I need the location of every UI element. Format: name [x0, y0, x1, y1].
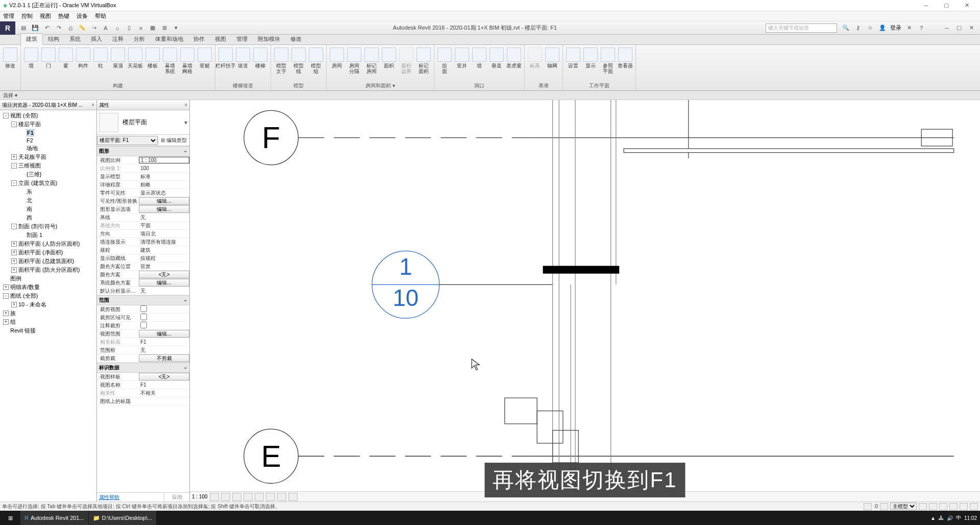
tree-node[interactable]: 场地 [1, 144, 95, 153]
expand-toggle-icon[interactable]: - [11, 122, 17, 127]
tree-node[interactable]: 东 [1, 187, 95, 196]
vbox-menu-item[interactable]: 视图 [40, 12, 51, 20]
ribbon-button[interactable]: 构件 [75, 46, 91, 68]
qat-dropdown-icon[interactable]: ▾ [171, 23, 181, 33]
ribbon-button[interactable]: 坡道 [235, 46, 251, 68]
tree-node[interactable]: 西 [1, 213, 95, 222]
sun-path-icon[interactable] [232, 493, 241, 501]
property-row[interactable]: 比例值 1:100 [97, 164, 189, 173]
tree-node[interactable]: 剖面 1 [1, 231, 95, 240]
taskbar-app[interactable]: RAutodesk Revit 201... [20, 511, 88, 525]
property-checkbox[interactable] [140, 322, 147, 328]
ribbon-button[interactable]: 竖井 [454, 46, 470, 68]
revit-app-button[interactable]: R [0, 21, 15, 35]
tree-node[interactable]: Revit 链接 [1, 326, 95, 335]
property-grid[interactable]: 图形⌄视图比例1 : 100比例值 1:100显示模型标准详细程度粗略零件可见性… [97, 146, 189, 492]
tree-node[interactable]: +面积平面 (人防分区面积) [1, 240, 95, 248]
status-workset-icon[interactable] [864, 503, 872, 510]
ribbon-button[interactable]: 柱 [92, 46, 109, 68]
tree-node[interactable]: 南 [1, 205, 95, 213]
ribbon-button[interactable]: 面积 [381, 46, 397, 68]
property-row[interactable]: 基线无 [97, 213, 189, 222]
status-icon[interactable] [960, 503, 968, 510]
tree-node[interactable]: +明细表/数量 [1, 283, 95, 292]
property-row[interactable]: 视图比例1 : 100 [97, 156, 189, 164]
property-value[interactable]: 无 [139, 347, 189, 354]
status-icon[interactable] [970, 503, 978, 510]
ribbon-button[interactable]: 屋顶 [110, 46, 126, 68]
ribbon-button[interactable]: 修改 [2, 46, 18, 68]
property-value[interactable]: 不相关 [139, 390, 189, 397]
qat-switch-icon[interactable]: ⊞ [159, 23, 169, 33]
ribbon-tab[interactable]: 修改 [285, 34, 307, 44]
qat-3d-icon[interactable]: ⌂ [112, 23, 122, 33]
tray-network-icon[interactable]: 🖧 [939, 515, 944, 521]
revit-minimize-button[interactable]: ─ [942, 25, 951, 31]
tree-node[interactable]: +10 - 未命名 [1, 300, 95, 309]
property-value[interactable]: 背景 [139, 263, 189, 270]
tree-node[interactable]: -剖面 (剖引符号) [1, 222, 95, 231]
user-icon[interactable]: 👤 [878, 25, 887, 31]
property-row[interactable]: 默认分析显示样...无 [97, 287, 189, 295]
tree-node[interactable]: {三维} [1, 170, 95, 179]
qat-redo-icon[interactable]: ↷ [54, 23, 64, 33]
status-icon[interactable] [919, 503, 927, 510]
expand-toggle-icon[interactable]: + [3, 284, 9, 290]
ribbon-button[interactable]: 老虎窗 [506, 46, 522, 68]
apply-button[interactable]: 应用 [164, 493, 189, 502]
status-icon[interactable] [929, 503, 937, 510]
start-button[interactable]: ⊞ [0, 515, 20, 521]
property-value[interactable]: 无 [139, 288, 189, 295]
property-value[interactable]: 显示原状态 [139, 189, 189, 197]
ribbon-button[interactable]: 按 面 [436, 46, 453, 74]
ribbon-button[interactable]: 设置 [565, 46, 581, 68]
property-row[interactable]: 裁剪视图 [97, 305, 189, 314]
tree-node[interactable]: +面积平面 (防火分区面积) [1, 266, 95, 274]
property-value[interactable]: 清理所有墙连接 [139, 238, 189, 246]
tree-node[interactable]: -图纸 (全部) [1, 292, 95, 300]
tree-node[interactable]: +组 [1, 318, 95, 326]
property-row[interactable]: 显示模型标准 [97, 173, 189, 181]
property-row[interactable]: 裁剪区域可见 [97, 314, 189, 322]
property-edit-button[interactable]: <无> [139, 271, 189, 278]
ribbon-button[interactable]: 竖梃 [197, 46, 213, 68]
expand-toggle-icon[interactable]: - [3, 113, 9, 118]
close-icon[interactable]: × [184, 102, 187, 108]
property-row[interactable]: 图纸上的标题 [97, 397, 189, 405]
ribbon-button[interactable]: 标记 房间 [363, 46, 380, 74]
property-row[interactable]: 颜色方案位置背景 [97, 262, 189, 271]
status-icon[interactable] [939, 503, 947, 510]
ribbon-button[interactable]: 楼梯 [252, 46, 268, 68]
ribbon-tab[interactable]: 注释 [107, 34, 129, 44]
subscription-icon[interactable]: ⚷ [853, 25, 863, 31]
property-value[interactable]: F1 [139, 339, 189, 345]
property-category[interactable]: 范围⌄ [97, 295, 189, 305]
ribbon-button[interactable]: 门 [40, 46, 57, 68]
ribbon-tab[interactable]: 协作 [188, 34, 210, 44]
ribbon-tab[interactable]: 分析 [129, 34, 150, 44]
help-icon[interactable]: ? [917, 25, 926, 31]
tree-node[interactable]: +天花板平面 [1, 153, 95, 161]
ribbon-button[interactable]: 查看器 [617, 46, 633, 68]
expand-toggle-icon[interactable]: + [3, 319, 9, 325]
exchange-icon[interactable]: ✕ [904, 25, 914, 31]
ribbon-tab[interactable]: 建筑 [20, 33, 43, 45]
property-category[interactable]: 图形⌄ [97, 146, 189, 156]
property-row[interactable]: 方向项目北 [97, 230, 189, 238]
expand-toggle-icon[interactable]: - [3, 293, 9, 299]
qat-print-icon[interactable]: ⎙ [65, 23, 76, 33]
property-edit-button[interactable]: 编辑... [139, 205, 189, 213]
tree-node[interactable]: F1 [1, 129, 95, 137]
ribbon-tab[interactable]: 系统 [64, 34, 86, 44]
property-row[interactable]: 视图范围编辑... [97, 330, 189, 338]
ribbon-tab[interactable]: 插入 [86, 34, 107, 44]
ribbon-button[interactable]: 幕墙 网格 [179, 46, 195, 74]
edit-type-button[interactable]: ⊞ 编辑类型 [158, 137, 189, 144]
vbox-menu-item[interactable]: 设备 [77, 12, 88, 20]
revit-close-button[interactable]: ✕ [967, 25, 976, 31]
vbox-menu-item[interactable]: 帮助 [95, 12, 106, 20]
property-edit-button[interactable]: 编辑... [139, 279, 189, 287]
expand-toggle-icon[interactable]: - [11, 180, 17, 186]
vbox-maximize-button[interactable]: ▢ [936, 2, 957, 9]
qat-section-icon[interactable]: ▯ [124, 23, 134, 33]
